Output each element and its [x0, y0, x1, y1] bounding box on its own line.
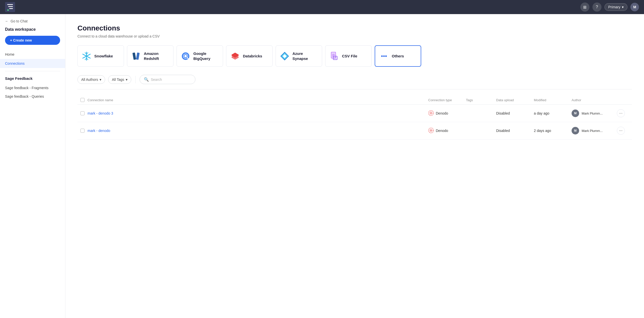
select-all-checkbox[interactable]	[80, 98, 84, 102]
row1-author-name: Mark Plumm...	[582, 112, 603, 115]
svg-point-4	[7, 9, 9, 11]
row2-author-avatar: M	[572, 127, 579, 134]
connection-card-others[interactable]: Others	[375, 45, 421, 67]
row1-author-avatar: M	[572, 110, 579, 117]
denodo-icon	[428, 128, 434, 134]
header-author: Author	[572, 98, 617, 102]
row1-more-actions: ···	[617, 109, 632, 117]
tags-filter[interactable]: All Tags ▾	[108, 75, 131, 84]
row1-connection-name[interactable]: mark - denodo 3	[88, 111, 428, 115]
header-data-upload: Data upload	[496, 98, 534, 102]
svg-rect-12	[133, 52, 136, 60]
filter-divider	[135, 76, 136, 83]
user-avatar[interactable]: M	[630, 3, 639, 11]
row2-checkbox-cell	[77, 129, 88, 133]
row2-checkbox[interactable]	[80, 129, 84, 133]
sidebar-item-home[interactable]: Home	[0, 50, 65, 59]
sidebar: ← Go to Chat Data workspace + Create new…	[0, 14, 65, 318]
row1-author: M Mark Plumm...	[572, 110, 617, 117]
row2-connection-name[interactable]: mark - denodo	[88, 129, 428, 133]
row1-checkbox[interactable]	[80, 111, 84, 115]
help-button[interactable]: ?	[592, 3, 602, 12]
connection-card-snowflake[interactable]: Snowflake	[77, 45, 124, 67]
sidebar-item-queries[interactable]: Sage feedback - Queries	[0, 92, 65, 101]
feedback-section-title: Sage Feedback	[0, 74, 65, 84]
others-icon	[379, 51, 389, 61]
sidebar-item-connections[interactable]: Connections	[0, 59, 65, 68]
svg-point-29	[381, 55, 383, 57]
table-row: mark - denodo 3 Denodo Disabled a day ag…	[77, 105, 632, 122]
svg-rect-0	[5, 2, 15, 12]
sidebar-divider	[5, 71, 60, 71]
table-row: mark - denodo Denodo Disabled 2 days ago	[77, 122, 632, 139]
primary-label: Primary	[608, 5, 620, 9]
workspace-title: Data workspace	[0, 27, 65, 36]
svg-rect-13	[136, 52, 140, 60]
tags-filter-label: All Tags	[112, 78, 124, 82]
svg-point-31	[385, 55, 387, 57]
connection-card-azure[interactable]: Azure Synapse	[276, 45, 322, 67]
row1-checkbox-cell	[77, 111, 88, 115]
topbar-right: ⊞ ? Primary ▾ M	[580, 3, 639, 12]
header-modified: Modified	[534, 98, 572, 102]
authors-chevron-icon: ▾	[100, 78, 101, 82]
azure-label: Azure Synapse	[292, 51, 318, 61]
tags-chevron-icon: ▾	[126, 78, 127, 82]
table-header: Connection name Connection type Tags Dat…	[77, 95, 632, 105]
svg-point-34	[431, 113, 432, 114]
authors-filter[interactable]: All Authors ▾	[77, 75, 105, 84]
page-subtitle: Connect to a cloud data warehouse or upl…	[77, 34, 632, 38]
row2-more-button[interactable]: ···	[617, 127, 625, 135]
row2-author: M Mark Plumm...	[572, 127, 617, 134]
search-input[interactable]	[151, 78, 191, 82]
connections-table: Connection name Connection type Tags Dat…	[77, 95, 632, 139]
header-tags: Tags	[466, 98, 496, 102]
redshift-label: Amazon Redshift	[144, 51, 169, 61]
search-box[interactable]: 🔍	[140, 75, 195, 84]
svg-rect-27	[333, 56, 337, 60]
row2-modified: 2 days ago	[534, 129, 572, 133]
azure-icon	[280, 51, 289, 61]
header-checkbox-cell	[77, 98, 88, 102]
grid-button[interactable]: ⊞	[580, 3, 589, 12]
row2-upload: Disabled	[496, 129, 534, 133]
connection-card-bigquery[interactable]: Google BigQuery	[177, 45, 223, 67]
search-icon: 🔍	[144, 77, 149, 82]
row2-more-actions: ···	[617, 127, 632, 135]
sidebar-item-fragments[interactable]: Sage feedback - Fragments	[0, 84, 65, 92]
header-connection-type: Connection type	[428, 98, 466, 102]
page-title: Connections	[77, 24, 632, 32]
topbar: ⊞ ? Primary ▾ M	[0, 0, 644, 14]
svg-point-37	[431, 130, 432, 131]
header-connection-name: Connection name	[88, 98, 428, 102]
app-body: ← Go to Chat Data workspace + Create new…	[0, 14, 644, 318]
csv-label: CSV File	[342, 54, 357, 59]
logo-icon	[5, 2, 15, 12]
svg-point-30	[383, 55, 385, 57]
csv-icon	[329, 51, 339, 61]
connection-cards: Snowflake Amazon Redshift	[77, 45, 632, 67]
row1-connection-type: Denodo	[428, 110, 466, 117]
chevron-down-icon: ▾	[622, 5, 624, 9]
logo	[5, 2, 15, 12]
row1-more-button[interactable]: ···	[617, 109, 625, 117]
authors-filter-label: All Authors	[81, 78, 98, 82]
main-content: Connections Connect to a cloud data ware…	[65, 14, 644, 318]
create-new-button[interactable]: + Create new	[5, 36, 60, 45]
row2-connection-type: Denodo	[428, 128, 466, 134]
connection-card-redshift[interactable]: Amazon Redshift	[127, 45, 174, 67]
row1-modified: a day ago	[534, 111, 572, 115]
databricks-icon	[230, 51, 240, 61]
filter-bar: All Authors ▾ All Tags ▾ 🔍	[77, 75, 632, 89]
svg-point-16	[184, 55, 187, 57]
connection-card-databricks[interactable]: Databricks	[226, 45, 273, 67]
arrow-left-icon: ←	[5, 19, 9, 23]
back-to-chat-link[interactable]: ← Go to Chat	[0, 19, 65, 27]
connection-card-csv[interactable]: CSV File	[325, 45, 372, 67]
primary-dropdown[interactable]: Primary ▾	[605, 3, 627, 11]
bigquery-icon	[181, 51, 190, 61]
row2-author-name: Mark Plumm...	[582, 129, 603, 133]
others-label: Others	[392, 54, 404, 59]
databricks-label: Databricks	[243, 54, 262, 59]
back-label: Go to Chat	[11, 19, 28, 23]
